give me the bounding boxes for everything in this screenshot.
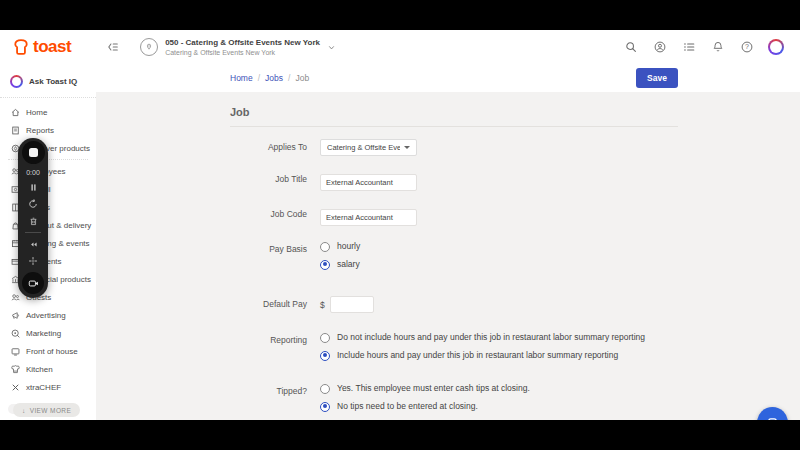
pause-recording-button[interactable] xyxy=(26,181,40,193)
sidebar-item-catering-events[interactable]: Catering & events xyxy=(0,234,96,252)
breadcrumb-bar: Home / Jobs / Job Save xyxy=(96,64,800,92)
stop-icon xyxy=(29,148,38,157)
location-subtitle: Catering & Offsite Events New York xyxy=(165,48,320,57)
home-icon xyxy=(10,107,21,118)
breadcrumb-home[interactable]: Home xyxy=(230,73,253,83)
sidebar-item-financial-products[interactable]: Financial products xyxy=(0,270,96,288)
pay-basis-label: Pay Basis xyxy=(230,241,320,254)
account-icon[interactable] xyxy=(652,40,667,55)
xtrachef-icon xyxy=(10,382,21,393)
default-pay-label: Default Pay xyxy=(230,296,320,309)
applies-to-select[interactable]: Catering & Offsite Even... xyxy=(320,139,417,156)
checklist-icon[interactable] xyxy=(681,40,696,55)
letterboxed-stage: toast 050 - Catering & Offsite Events Ne… xyxy=(0,0,800,450)
save-button[interactable]: Save xyxy=(636,68,678,88)
stop-recording-button[interactable] xyxy=(22,141,45,164)
tipped-yes-option[interactable]: Yes. This employee must enter cash tips … xyxy=(320,383,678,394)
breadcrumb-jobs[interactable]: Jobs xyxy=(265,73,283,83)
form-container: Job Applies To Catering & Offsite Even..… xyxy=(230,92,678,420)
camera-icon xyxy=(27,277,40,290)
down-arrow-icon: ↓ xyxy=(22,407,26,414)
sidebar-item-front-of-house[interactable]: Front of house xyxy=(0,342,96,360)
breadcrumb-current: Job xyxy=(295,73,309,83)
front-of-house-icon xyxy=(10,346,21,357)
radio-unselected-icon xyxy=(320,333,330,343)
sidebar-item-payments[interactable]: Payments xyxy=(0,252,96,270)
location-pin-icon xyxy=(140,38,158,56)
chevron-down-icon xyxy=(327,43,336,52)
user-avatar[interactable] xyxy=(768,39,784,55)
toast-logo[interactable]: toast xyxy=(12,37,71,57)
pay-basis-hourly-option[interactable]: hourly xyxy=(320,241,678,252)
sidebar-item-marketing[interactable]: Marketing xyxy=(0,324,96,342)
job-title-row: Job Title xyxy=(230,171,678,191)
toast-iq-icon xyxy=(10,75,23,88)
job-code-row: Job Code xyxy=(230,206,678,226)
location-selector[interactable]: 050 - Catering & Offsite Events New York… xyxy=(140,38,336,57)
pause-icon xyxy=(28,182,39,193)
sidebar-item-xtrachef[interactable]: xtraCHEF xyxy=(0,378,96,396)
dollar-prefix: $ xyxy=(320,300,325,310)
camera-toggle-button[interactable] xyxy=(22,272,44,294)
pay-basis-row: Pay Basis hourly salary xyxy=(230,241,678,277)
radio-selected-icon xyxy=(320,402,330,412)
recording-timer: 0:00 xyxy=(26,169,40,176)
toast-bread-icon xyxy=(12,38,30,56)
view-more-button[interactable]: ↓ VIEW MORE xyxy=(13,403,80,417)
breadcrumb-separator: / xyxy=(258,73,260,83)
notifications-bell-icon[interactable] xyxy=(710,40,725,55)
toast-wordmark: toast xyxy=(33,37,71,57)
sidebar-item-kitchen[interactable]: Kitchen xyxy=(0,360,96,378)
radio-selected-icon xyxy=(320,260,330,270)
app-window: toast 050 - Catering & Offsite Events Ne… xyxy=(0,30,800,420)
sidebar-item-reports[interactable]: Reports xyxy=(0,121,96,139)
delete-recording-button[interactable] xyxy=(26,215,40,227)
default-pay-row: Default Pay $ xyxy=(230,296,678,313)
sidebar-item-menus[interactable]: Menus xyxy=(0,198,96,216)
sidebar-item-home[interactable]: Home xyxy=(0,103,96,121)
sidebar-item-payroll[interactable]: Payroll xyxy=(0,180,96,198)
sidebar-nav: Home Reports Discover products Employees xyxy=(0,98,96,396)
sidebar-item-discover-products[interactable]: Discover products xyxy=(0,139,96,157)
page-body: Job Applies To Catering & Offsite Even..… xyxy=(96,92,800,420)
view-more-label: VIEW MORE xyxy=(30,407,72,414)
guests-icon xyxy=(10,292,21,303)
content-column: Home / Jobs / Job Save Job Applies To Ca… xyxy=(96,64,800,420)
reporting-exclude-option[interactable]: Do not include hours and pay under this … xyxy=(320,332,678,343)
job-code-input[interactable] xyxy=(320,209,417,226)
restart-recording-button[interactable] xyxy=(26,198,40,210)
sidebar-collapse-icon[interactable] xyxy=(105,40,120,54)
reports-icon xyxy=(10,125,21,136)
search-icon[interactable] xyxy=(623,40,638,55)
rewind-button[interactable] xyxy=(26,238,40,250)
job-title-input[interactable] xyxy=(320,174,417,191)
user-avatar-inner xyxy=(770,41,782,53)
toolbar-divider xyxy=(25,232,41,233)
megaphone-icon xyxy=(10,310,21,321)
radio-unselected-icon xyxy=(320,242,330,252)
page-title: Job xyxy=(230,106,678,127)
breadcrumb-separator: / xyxy=(288,73,290,83)
sidebar-item-employees[interactable]: Employees xyxy=(0,162,96,180)
restart-icon xyxy=(27,198,39,210)
tipped-no-option[interactable]: No tips need to be entered at closing. xyxy=(320,401,678,412)
crosshair-icon xyxy=(27,255,39,267)
sidebar-item-guests[interactable]: Guests xyxy=(0,288,96,306)
sidebar-item-takeout-delivery[interactable]: Takeout & delivery xyxy=(0,216,96,234)
screen-recorder-toolbar: 0:00 xyxy=(18,138,48,298)
rewind-icon xyxy=(28,239,39,250)
default-pay-input[interactable] xyxy=(330,296,374,313)
applies-to-row: Applies To Catering & Offsite Even... xyxy=(230,139,678,156)
pay-basis-salary-option[interactable]: salary xyxy=(320,259,678,270)
reporting-label: Reporting xyxy=(230,332,320,345)
help-icon[interactable]: ? xyxy=(739,40,754,55)
sidebar-item-advertising[interactable]: Advertising xyxy=(0,306,96,324)
radio-unselected-icon xyxy=(320,384,330,394)
radio-selected-icon xyxy=(320,351,330,361)
ask-toast-iq-button[interactable]: Ask Toast IQ xyxy=(0,70,96,98)
svg-text:?: ? xyxy=(745,43,749,50)
select-caret-icon xyxy=(404,146,410,149)
reporting-include-option[interactable]: Include hours and pay under this job in … xyxy=(320,350,678,361)
trash-icon xyxy=(28,216,39,227)
annotation-tool-button[interactable] xyxy=(26,255,40,267)
